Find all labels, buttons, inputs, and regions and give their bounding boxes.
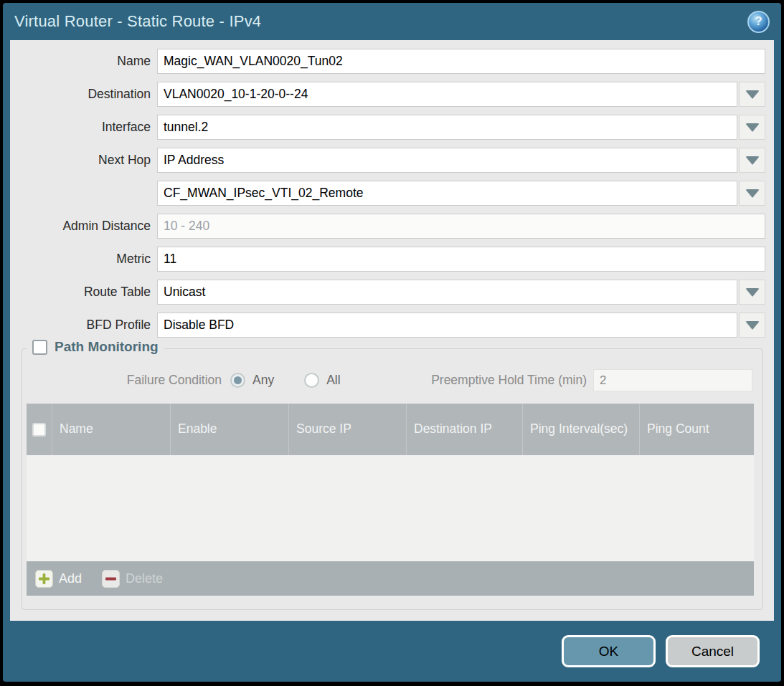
delete-button-label: Delete <box>126 571 163 586</box>
dialog-titlebar: Virtual Router - Static Route - IPv4 ? <box>3 3 781 40</box>
destination-dropdown-button[interactable] <box>739 82 765 107</box>
path-monitoring-table: Name Enable Source IP Destination IP Pin… <box>27 404 754 596</box>
radio-any-label: Any <box>252 373 274 388</box>
route-table-row: Route Table <box>10 280 765 305</box>
path-monitoring-section: Path Monitoring Failure Condition Any Al… <box>22 348 763 610</box>
radio-all-unselected-icon[interactable] <box>304 373 319 388</box>
table-header-select-all <box>27 404 52 455</box>
destination-label: Destination <box>10 87 157 102</box>
admin-distance-row: Admin Distance <box>10 214 765 239</box>
bfd-profile-dropdown-button[interactable] <box>739 313 765 338</box>
table-header-enable: Enable <box>171 404 289 455</box>
bfd-profile-input[interactable] <box>157 313 737 338</box>
failure-condition-any-option[interactable]: Any <box>230 373 274 388</box>
metric-label: Metric <box>10 252 157 267</box>
destination-input[interactable] <box>157 82 737 107</box>
help-icon[interactable]: ? <box>747 11 770 33</box>
path-monitoring-title: Path Monitoring <box>55 339 159 355</box>
bfd-profile-row: BFD Profile <box>10 313 765 338</box>
table-header-destination-ip: Destination IP <box>407 404 523 455</box>
delete-minus-icon <box>102 570 120 588</box>
caret-down-icon <box>745 288 760 297</box>
metric-row: Metric <box>10 247 765 272</box>
caret-down-icon <box>745 156 760 165</box>
failure-condition-label: Failure Condition <box>22 373 230 388</box>
next-hop-label: Next Hop <box>10 153 157 168</box>
select-all-checkbox[interactable] <box>32 423 46 437</box>
destination-row: Destination <box>10 82 765 107</box>
path-monitoring-legend: Path Monitoring <box>27 339 164 355</box>
caret-down-icon <box>745 123 760 132</box>
admin-distance-label: Admin Distance <box>10 219 157 234</box>
caret-down-icon <box>745 321 760 330</box>
table-toolbar: Add Delete <box>27 561 754 596</box>
add-button[interactable]: Add <box>35 570 82 588</box>
table-header-ping-count: Ping Count <box>640 404 754 455</box>
name-label: Name <box>10 54 157 69</box>
radio-all-label: All <box>326 373 340 388</box>
next-hop-address-row <box>10 181 765 206</box>
route-table-input[interactable] <box>157 280 737 305</box>
radio-any-selected-icon[interactable] <box>230 373 245 388</box>
bfd-profile-label: BFD Profile <box>10 318 157 333</box>
interface-input[interactable] <box>157 115 737 140</box>
table-body-empty <box>27 455 754 561</box>
caret-down-icon <box>745 90 760 99</box>
preemptive-hold-time-input[interactable] <box>593 369 752 391</box>
next-hop-row: Next Hop <box>10 148 765 173</box>
name-row: Name <box>10 49 765 74</box>
table-header-name: Name <box>52 404 171 455</box>
next-hop-address-dropdown-button[interactable] <box>739 181 765 206</box>
table-header-ping-interval: Ping Interval(sec) <box>523 404 640 455</box>
add-plus-icon <box>35 570 53 588</box>
cancel-button[interactable]: Cancel <box>666 635 760 667</box>
table-header-source-ip: Source IP <box>289 404 407 455</box>
next-hop-type-input[interactable] <box>157 148 737 173</box>
ok-button[interactable]: OK <box>562 635 656 667</box>
add-button-label: Add <box>59 571 82 586</box>
static-route-dialog: Virtual Router - Static Route - IPv4 ? N… <box>3 3 781 682</box>
delete-button[interactable]: Delete <box>102 570 163 588</box>
admin-distance-input[interactable] <box>157 214 765 239</box>
interface-row: Interface <box>10 115 765 140</box>
name-input[interactable] <box>157 49 765 74</box>
dialog-title: Virtual Router - Static Route - IPv4 <box>14 12 261 31</box>
dialog-content: Name Destination Interface <box>10 40 774 621</box>
interface-label: Interface <box>10 120 157 135</box>
dialog-footer: OK Cancel <box>3 621 781 682</box>
interface-dropdown-button[interactable] <box>739 115 765 140</box>
caret-down-icon <box>745 189 760 198</box>
path-monitoring-checkbox[interactable] <box>32 340 47 355</box>
metric-input[interactable] <box>157 247 765 272</box>
table-header-row: Name Enable Source IP Destination IP Pin… <box>27 404 754 455</box>
route-table-dropdown-button[interactable] <box>739 280 765 305</box>
failure-condition-all-option[interactable]: All <box>304 373 340 388</box>
next-hop-type-dropdown-button[interactable] <box>739 148 765 173</box>
failure-condition-row: Failure Condition Any All Preemptive Hol… <box>22 369 762 391</box>
route-table-label: Route Table <box>10 285 157 300</box>
preemptive-hold-time-label: Preemptive Hold Time (min) <box>341 373 593 388</box>
next-hop-address-input[interactable] <box>157 181 737 206</box>
